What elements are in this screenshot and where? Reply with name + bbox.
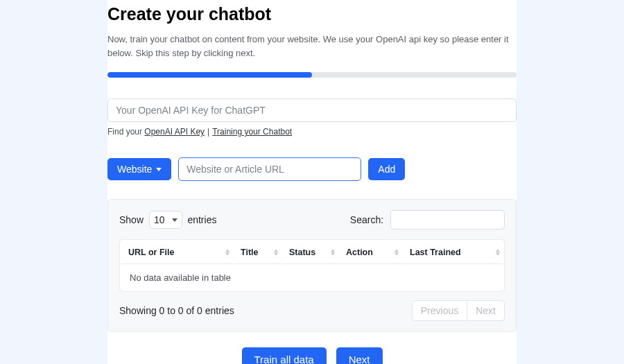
table-empty-message: No data available in table: [121, 266, 503, 290]
progress-track: [107, 72, 517, 78]
sort-icon: [331, 250, 335, 256]
entries-select[interactable]: 10: [149, 211, 182, 229]
col-header-status[interactable]: Status: [282, 241, 338, 264]
search-control: Search:: [350, 210, 505, 229]
show-label: Show: [119, 214, 144, 225]
page-title: Create your chatbot: [107, 4, 517, 24]
search-label: Search:: [350, 214, 383, 225]
chevron-down-icon: [156, 168, 162, 171]
openai-api-key-input[interactable]: [107, 98, 517, 122]
col-header-trained[interactable]: Last Trained: [403, 241, 503, 264]
table-info-text: Showing 0 to 0 of 0 entries: [119, 305, 234, 316]
helper-separator: |: [207, 127, 209, 137]
col-header-title[interactable]: Title: [234, 241, 281, 264]
link-training-chatbot[interactable]: Training your Chatbot: [212, 127, 292, 137]
entries-value: 10: [154, 214, 165, 225]
training-data-table: URL or File Title Status: [119, 239, 505, 292]
entries-control: Show 10 entries: [119, 211, 216, 229]
col-header-action[interactable]: Action: [339, 241, 401, 264]
table-search-input[interactable]: [390, 210, 505, 229]
wizard-card: Create your chatbot Now, train your chat…: [107, 0, 517, 364]
chevron-down-icon: [172, 218, 177, 222]
table-empty-row: No data available in table: [121, 266, 503, 290]
link-openai-api-key[interactable]: OpenAI API Key: [144, 127, 205, 137]
add-source-button[interactable]: Add: [368, 158, 405, 180]
source-row: Website Add: [107, 157, 517, 181]
source-type-label: Website: [117, 164, 152, 175]
source-url-input[interactable]: [178, 157, 361, 181]
progress-bar: [107, 72, 312, 78]
entries-label: entries: [187, 214, 216, 225]
sort-icon: [395, 250, 399, 256]
source-type-dropdown[interactable]: Website: [107, 158, 171, 180]
data-table-section: Show 10 entries Search:: [107, 199, 517, 332]
pagination-previous-button[interactable]: Previous: [412, 300, 467, 321]
pagination: Previous Next: [412, 300, 505, 321]
train-all-data-button[interactable]: Train all data: [242, 347, 327, 364]
api-helper-text: Find your OpenAI API Key|Training your C…: [107, 127, 517, 137]
pagination-next-button[interactable]: Next: [467, 300, 505, 321]
sort-icon: [274, 250, 278, 256]
page-subtitle: Now, train your chatbot on content from …: [107, 33, 517, 60]
sort-icon: [496, 250, 500, 256]
helper-prefix: Find your: [107, 127, 144, 137]
footer-actions: Train all data Next: [107, 347, 517, 364]
next-step-button[interactable]: Next: [336, 347, 383, 364]
sort-icon: [225, 250, 229, 256]
col-header-url[interactable]: URL or File: [121, 241, 232, 264]
